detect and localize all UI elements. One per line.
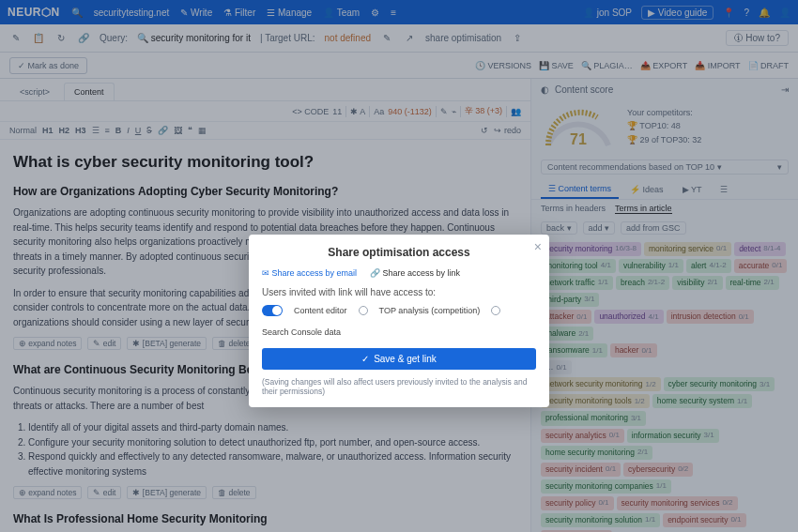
- modal-title: Share optimisation access: [262, 246, 536, 259]
- share-modal: × Share optimisation access ✉ Share acce…: [249, 235, 549, 407]
- opt-content-editor: Content editor: [294, 306, 347, 315]
- check-icon: ✓: [361, 354, 369, 364]
- share-email-tab[interactable]: ✉ Share access by email: [262, 268, 357, 278]
- share-link-tab[interactable]: 🔗 Share access by link: [370, 268, 460, 278]
- opt-top-analysis: TOP analysis (competition): [379, 306, 481, 315]
- modal-backdrop[interactable]: × Share optimisation access ✉ Share acce…: [0, 0, 798, 532]
- close-icon[interactable]: ×: [534, 240, 542, 253]
- modal-desc: Users invited with link will have access…: [262, 287, 536, 297]
- opt-gsc: Search Console data: [262, 327, 341, 337]
- modal-footnote: (Saving changes will also affect users p…: [262, 377, 536, 396]
- top-analysis-radio[interactable]: [359, 306, 368, 315]
- content-editor-switch[interactable]: [262, 305, 283, 316]
- gsc-radio[interactable]: [491, 306, 500, 315]
- save-get-link-button[interactable]: ✓ Save & get link: [262, 348, 536, 370]
